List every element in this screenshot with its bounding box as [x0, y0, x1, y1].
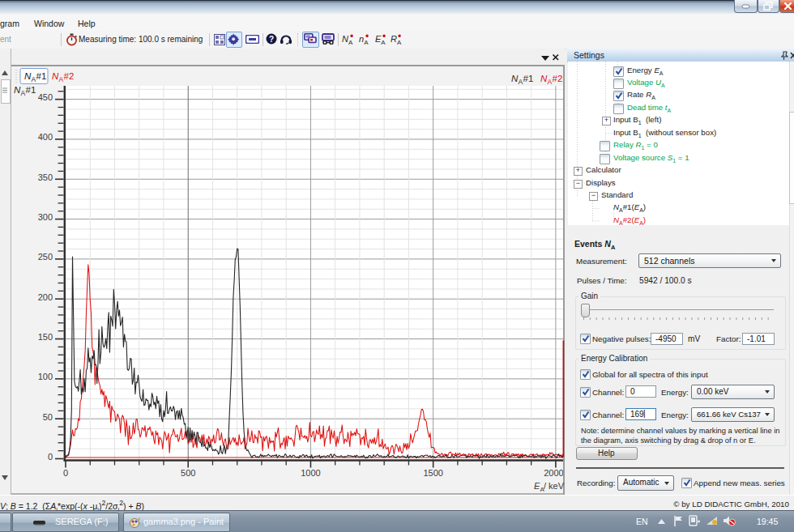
- svg-text:#1: #1: [523, 74, 534, 83]
- svg-text:150: 150: [38, 332, 53, 342]
- svg-text:450: 450: [38, 92, 53, 102]
- svg-text:250: 250: [38, 252, 53, 262]
- svg-text:1000: 1000: [301, 468, 320, 478]
- svg-text:0: 0: [63, 468, 68, 478]
- svg-text:300: 300: [38, 212, 53, 222]
- svg-text:?: ?: [269, 35, 274, 44]
- svg-text:400: 400: [38, 132, 53, 142]
- svg-text:500: 500: [181, 468, 195, 478]
- svg-text:2000: 2000: [544, 468, 563, 478]
- svg-text:0: 0: [48, 452, 53, 462]
- svg-text:50: 50: [43, 412, 53, 422]
- svg-text:100: 100: [38, 372, 53, 381]
- svg-text:#2: #2: [553, 74, 563, 83]
- svg-text:200: 200: [38, 292, 53, 302]
- svg-text:#1: #1: [26, 85, 36, 95]
- svg-text:#1: #1: [36, 71, 47, 81]
- svg-text:1500: 1500: [423, 468, 442, 478]
- svg-text:350: 350: [38, 172, 53, 182]
- svg-text:/ keV: / keV: [544, 481, 565, 491]
- svg-text:#2: #2: [64, 71, 75, 81]
